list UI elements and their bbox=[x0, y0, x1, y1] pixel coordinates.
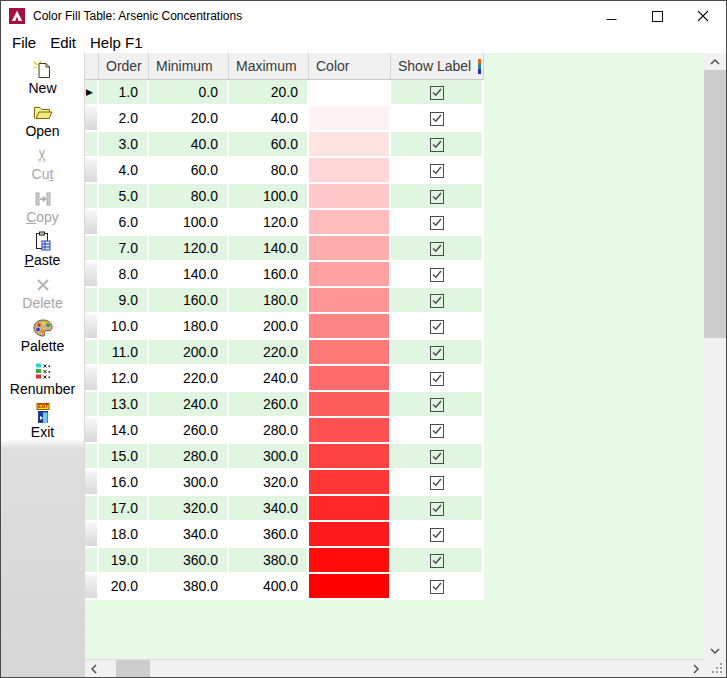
row-selector-cell[interactable] bbox=[85, 444, 99, 470]
scroll-down-button[interactable] bbox=[704, 642, 726, 659]
order-cell[interactable]: 13.0 bbox=[99, 392, 149, 418]
maximum-cell[interactable]: 220.0 bbox=[229, 340, 309, 366]
row-selector-cell[interactable]: ▶ bbox=[85, 80, 99, 106]
minimum-cell[interactable]: 60.0 bbox=[149, 158, 229, 184]
show-label-cell[interactable] bbox=[391, 496, 484, 522]
maximum-cell[interactable]: 320.0 bbox=[229, 470, 309, 496]
order-cell[interactable]: 3.0 bbox=[99, 132, 149, 158]
color-cell[interactable] bbox=[309, 366, 391, 392]
order-cell[interactable]: 15.0 bbox=[99, 444, 149, 470]
show-label-checkbox-checked[interactable] bbox=[430, 372, 444, 386]
show-label-cell[interactable] bbox=[391, 106, 484, 132]
color-cell[interactable] bbox=[309, 340, 391, 366]
show-label-cell[interactable] bbox=[391, 184, 484, 210]
show-label-cell[interactable] bbox=[391, 236, 484, 262]
row-selector-cell[interactable] bbox=[85, 106, 99, 132]
order-cell[interactable]: 8.0 bbox=[99, 262, 149, 288]
show-label-checkbox-checked[interactable] bbox=[430, 346, 444, 360]
order-cell[interactable]: 10.0 bbox=[99, 314, 149, 340]
order-cell[interactable]: 9.0 bbox=[99, 288, 149, 314]
show-label-checkbox-checked[interactable] bbox=[430, 476, 444, 490]
menu-file[interactable]: File bbox=[5, 34, 43, 51]
show-label-cell[interactable] bbox=[391, 262, 484, 288]
show-label-checkbox-checked[interactable] bbox=[430, 138, 444, 152]
maximum-cell[interactable]: 280.0 bbox=[229, 418, 309, 444]
maximum-cell[interactable]: 240.0 bbox=[229, 366, 309, 392]
scroll-right-button[interactable] bbox=[687, 660, 704, 677]
scroll-up-button[interactable] bbox=[704, 53, 726, 70]
order-cell[interactable]: 18.0 bbox=[99, 522, 149, 548]
order-cell[interactable]: 1.0 bbox=[99, 80, 149, 106]
color-cell[interactable] bbox=[309, 158, 391, 184]
minimum-cell[interactable]: 20.0 bbox=[149, 106, 229, 132]
exit-button[interactable]: EXIT Exit bbox=[1, 400, 84, 443]
minimum-cell[interactable]: 380.0 bbox=[149, 574, 229, 600]
show-label-checkbox-checked[interactable] bbox=[430, 502, 444, 516]
order-cell[interactable]: 12.0 bbox=[99, 366, 149, 392]
maximum-cell[interactable]: 160.0 bbox=[229, 262, 309, 288]
palette-button[interactable]: Palette bbox=[1, 314, 84, 357]
maximum-cell[interactable]: 260.0 bbox=[229, 392, 309, 418]
minimum-cell[interactable]: 100.0 bbox=[149, 210, 229, 236]
show-label-cell[interactable] bbox=[391, 418, 484, 444]
row-selector-cell[interactable] bbox=[85, 418, 99, 444]
show-label-cell[interactable] bbox=[391, 366, 484, 392]
row-selector-cell[interactable] bbox=[85, 236, 99, 262]
order-cell[interactable]: 11.0 bbox=[99, 340, 149, 366]
order-cell[interactable]: 5.0 bbox=[99, 184, 149, 210]
show-label-cell[interactable] bbox=[391, 132, 484, 158]
row-selector-cell[interactable] bbox=[85, 366, 99, 392]
color-cell[interactable] bbox=[309, 444, 391, 470]
color-cell[interactable] bbox=[309, 210, 391, 236]
show-label-cell[interactable] bbox=[391, 522, 484, 548]
show-label-cell[interactable] bbox=[391, 210, 484, 236]
minimum-cell[interactable]: 40.0 bbox=[149, 132, 229, 158]
color-cell[interactable] bbox=[309, 418, 391, 444]
order-cell[interactable]: 17.0 bbox=[99, 496, 149, 522]
minimum-cell[interactable]: 220.0 bbox=[149, 366, 229, 392]
order-cell[interactable]: 19.0 bbox=[99, 548, 149, 574]
color-cell[interactable] bbox=[309, 574, 391, 600]
color-cell[interactable] bbox=[309, 314, 391, 340]
scroll-left-button[interactable] bbox=[85, 660, 102, 677]
maximum-cell[interactable]: 80.0 bbox=[229, 158, 309, 184]
show-label-cell[interactable] bbox=[391, 470, 484, 496]
order-cell[interactable]: 4.0 bbox=[99, 158, 149, 184]
show-label-cell[interactable] bbox=[391, 548, 484, 574]
row-selector-cell[interactable] bbox=[85, 262, 99, 288]
resize-grip[interactable] bbox=[704, 659, 726, 677]
show-label-cell[interactable] bbox=[391, 444, 484, 470]
color-cell[interactable] bbox=[309, 236, 391, 262]
show-label-checkbox-checked[interactable] bbox=[430, 112, 444, 126]
row-selector-cell[interactable] bbox=[85, 184, 99, 210]
show-label-cell[interactable] bbox=[391, 158, 484, 184]
minimum-cell[interactable]: 260.0 bbox=[149, 418, 229, 444]
row-selector-cell[interactable] bbox=[85, 288, 99, 314]
minimum-cell[interactable]: 120.0 bbox=[149, 236, 229, 262]
minimum-cell[interactable]: 300.0 bbox=[149, 470, 229, 496]
show-label-checkbox-checked[interactable] bbox=[430, 242, 444, 256]
order-cell[interactable]: 2.0 bbox=[99, 106, 149, 132]
maximum-cell[interactable]: 60.0 bbox=[229, 132, 309, 158]
menu-edit[interactable]: Edit bbox=[43, 34, 83, 51]
row-selector-cell[interactable] bbox=[85, 574, 99, 600]
show-label-cell[interactable] bbox=[391, 392, 484, 418]
new-button[interactable]: New bbox=[1, 56, 84, 99]
vertical-scrollbar-track[interactable] bbox=[704, 70, 726, 642]
show-label-checkbox-checked[interactable] bbox=[430, 164, 444, 178]
row-selector-cell[interactable] bbox=[85, 314, 99, 340]
vertical-scrollbar-thumb[interactable] bbox=[704, 70, 726, 338]
order-cell[interactable]: 16.0 bbox=[99, 470, 149, 496]
horizontal-scrollbar-track[interactable] bbox=[102, 660, 687, 677]
minimum-cell[interactable]: 140.0 bbox=[149, 262, 229, 288]
show-label-cell[interactable] bbox=[391, 288, 484, 314]
minimum-cell[interactable]: 360.0 bbox=[149, 548, 229, 574]
show-label-checkbox-checked[interactable] bbox=[430, 86, 444, 100]
paste-button[interactable]: Paste bbox=[1, 228, 84, 271]
maximum-cell[interactable]: 300.0 bbox=[229, 444, 309, 470]
color-cell[interactable] bbox=[309, 288, 391, 314]
color-cell[interactable] bbox=[309, 80, 391, 106]
color-cell[interactable] bbox=[309, 132, 391, 158]
maximum-cell[interactable]: 140.0 bbox=[229, 236, 309, 262]
show-label-checkbox-checked[interactable] bbox=[430, 398, 444, 412]
